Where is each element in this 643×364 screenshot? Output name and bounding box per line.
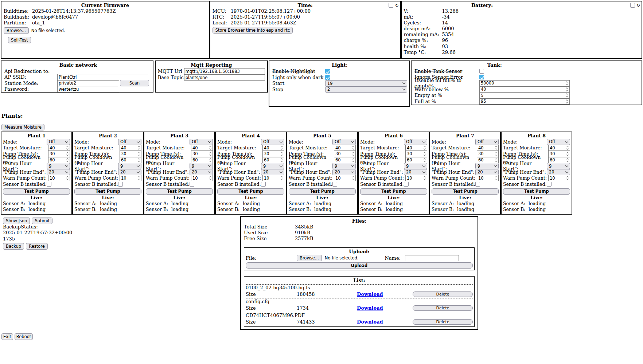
test-pump-button[interactable]: Test Pump (360, 188, 427, 195)
pump-hour-start-select[interactable]: 9 (547, 163, 570, 169)
number-spinner[interactable] (422, 151, 426, 157)
pump-cooldown-input[interactable] (477, 157, 499, 163)
number-spinner[interactable] (351, 145, 355, 151)
time-refresh-checkbox[interactable] (389, 3, 393, 8)
pump-time-input[interactable] (120, 151, 141, 157)
pump-hour-end-select[interactable]: 20 (190, 169, 213, 175)
pump-hour-end-select[interactable]: 20 (118, 169, 141, 175)
number-spinner[interactable] (208, 145, 212, 151)
sensor-b-installed-checkbox[interactable] (47, 182, 51, 187)
target-moisture-input[interactable] (477, 145, 499, 151)
pump-hour-start-select[interactable]: 9 (118, 163, 141, 169)
scan-button[interactable]: Scan (120, 80, 149, 86)
delete-button[interactable]: Delete (413, 305, 473, 311)
test-pump-button[interactable]: Test Pump (74, 188, 141, 195)
target-moisture-input[interactable] (120, 145, 141, 151)
exit-button[interactable]: Exit (1, 333, 13, 340)
number-spinner[interactable] (65, 175, 69, 181)
backup-button[interactable]: Backup (3, 243, 24, 250)
number-spinner[interactable] (351, 157, 355, 163)
enable-tank-sensor-checkbox[interactable] (479, 69, 484, 74)
target-moisture-input[interactable] (405, 145, 427, 151)
test-pump-button[interactable]: Test Pump (432, 188, 499, 195)
pump-hour-end-select[interactable]: 20 (261, 169, 284, 175)
pump-time-input[interactable] (477, 151, 499, 157)
pump-hour-end-select[interactable]: 20 (547, 169, 570, 175)
test-pump-button[interactable]: Test Pump (217, 188, 284, 195)
number-spinner[interactable] (65, 151, 69, 157)
sensor-b-installed-checkbox[interactable] (547, 182, 552, 187)
number-spinner[interactable] (565, 175, 569, 181)
mode-select[interactable]: Off (404, 139, 427, 145)
number-spinner[interactable] (65, 157, 69, 163)
number-spinner[interactable] (565, 86, 569, 93)
number-spinner[interactable] (280, 175, 284, 181)
pump-cooldown-input[interactable] (191, 157, 213, 163)
mode-select[interactable]: Off (547, 139, 570, 145)
pump-time-input[interactable] (262, 151, 284, 157)
pump-time-input[interactable] (191, 151, 213, 157)
pump-time-input[interactable] (405, 151, 427, 157)
upload-button[interactable]: Upload (246, 262, 473, 269)
refresh-icon[interactable]: ↻ (395, 3, 398, 8)
upload-name-input[interactable] (405, 255, 459, 261)
number-spinner[interactable] (494, 157, 498, 163)
number-spinner[interactable] (137, 175, 141, 181)
number-spinner[interactable] (422, 175, 426, 181)
sensor-b-installed-checkbox[interactable] (404, 182, 409, 187)
number-spinner[interactable] (494, 145, 498, 151)
delete-button[interactable]: Delete (413, 291, 473, 297)
battery-refresh-checkbox[interactable] (630, 3, 635, 8)
sensor-b-installed-checkbox[interactable] (118, 182, 123, 187)
base-topic-input[interactable] (184, 74, 265, 81)
download-link[interactable]: Download (357, 305, 383, 311)
tank-setting-input[interactable] (479, 80, 570, 86)
number-spinner[interactable] (280, 151, 284, 157)
number-spinner[interactable] (208, 175, 212, 181)
target-moisture-input[interactable] (548, 145, 570, 151)
pump-hour-start-select[interactable]: 9 (332, 163, 356, 169)
warn-pump-count-input[interactable] (548, 175, 570, 181)
store-time-button[interactable]: Store Browser time into esp and rtc (213, 27, 293, 34)
light-start-select[interactable]: 19 (325, 80, 407, 86)
tank-setting-value[interactable] (479, 92, 570, 98)
warn-pump-count-input[interactable] (334, 175, 356, 181)
number-spinner[interactable] (351, 151, 355, 157)
sensor-b-installed-checkbox[interactable] (190, 182, 194, 187)
number-spinner[interactable] (494, 151, 498, 157)
number-spinner[interactable] (280, 145, 284, 151)
mode-select[interactable]: Off (47, 139, 70, 145)
self-test-button[interactable]: Self-Test (8, 37, 31, 43)
pump-cooldown-input[interactable] (262, 157, 284, 163)
pump-time-input[interactable] (548, 151, 570, 157)
mode-select[interactable]: Off (190, 139, 213, 145)
reboot-button[interactable]: Reboot (15, 333, 33, 340)
show-json-button[interactable]: Show Json (3, 218, 30, 224)
mode-select[interactable]: Off (118, 139, 141, 145)
pump-hour-start-select[interactable]: 9 (475, 163, 499, 169)
warn-pump-count-input[interactable] (191, 175, 213, 181)
test-pump-button[interactable]: Test Pump (289, 188, 356, 195)
number-spinner[interactable] (565, 157, 569, 163)
station-mode-input[interactable] (57, 80, 119, 86)
mode-select[interactable]: Off (475, 139, 499, 145)
number-spinner[interactable] (565, 145, 569, 151)
ap-ssid-input[interactable] (57, 74, 149, 80)
mqtt-url-input[interactable] (184, 68, 265, 74)
pump-cooldown-input[interactable] (334, 157, 356, 163)
pump-hour-start-select[interactable]: 9 (404, 163, 427, 169)
refresh-icon[interactable]: ↻ (636, 3, 640, 8)
pump-cooldown-input[interactable] (48, 157, 70, 163)
enable-nightlight-checkbox[interactable] (325, 69, 330, 74)
submit-button[interactable]: Submit (32, 218, 52, 224)
light-only-dark-checkbox[interactable] (325, 75, 330, 80)
number-spinner[interactable] (494, 175, 498, 181)
number-spinner[interactable] (565, 80, 569, 86)
tank-setting-input[interactable] (479, 98, 570, 105)
light-stop-select[interactable]: 2 (325, 86, 407, 93)
pump-hour-end-select[interactable]: 20 (475, 169, 499, 175)
number-spinner[interactable] (565, 92, 569, 98)
number-spinner[interactable] (565, 98, 569, 105)
tank-setting-value[interactable] (479, 80, 570, 86)
pump-hour-start-select[interactable]: 9 (47, 163, 70, 169)
